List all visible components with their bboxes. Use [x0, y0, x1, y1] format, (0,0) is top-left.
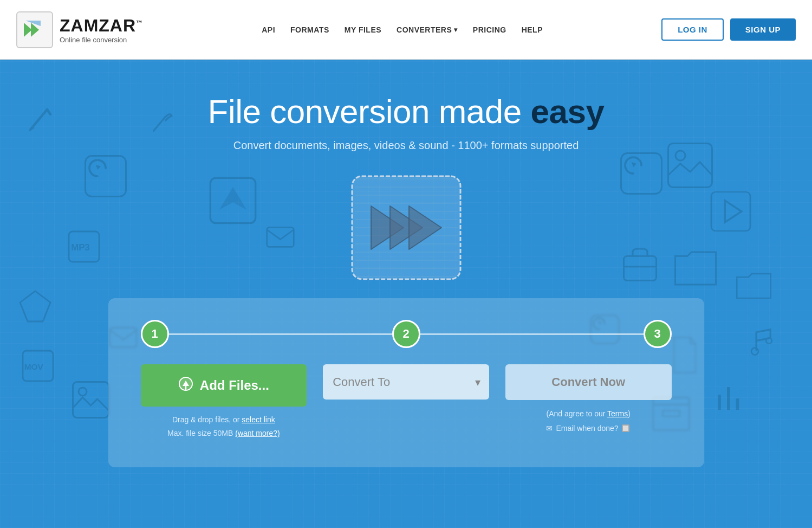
main-nav: API FORMATS MY FILES CONVERTERS PRICING … — [262, 25, 543, 34]
logo-area: ZAMZAR™ Online file conversion — [16, 11, 143, 48]
drag-info: Drag & drop files, or select link Max. f… — [167, 413, 280, 440]
signup-button[interactable]: SIGN UP — [730, 18, 796, 41]
email-icon: ✉ — [546, 421, 553, 436]
want-more-link[interactable]: (want more?) — [235, 429, 280, 437]
hero-content: File conversion made easy Convert docume… — [0, 60, 812, 467]
step1-col: Add Files... Drag & drop files, or selec… — [141, 364, 307, 440]
steps-panel: 1 2 3 — [108, 298, 704, 467]
logo-icon — [16, 11, 53, 48]
steps-row: 1 2 3 — [141, 320, 672, 348]
step3-col: Convert Now (And agree to our Terms) ✉ E… — [505, 364, 672, 435]
step-1-bubble: 1 — [141, 320, 169, 348]
nav-my-files[interactable]: MY FILES — [345, 25, 381, 34]
step-line-1 — [169, 333, 392, 335]
step2-col: Convert To MP3 MP4 PDF JPG PNG DOC AVI M… — [323, 364, 489, 400]
actions-row: Add Files... Drag & drop files, or selec… — [141, 364, 672, 440]
step-2-bubble: 2 — [392, 320, 420, 348]
nav-help[interactable]: HELP — [522, 25, 543, 34]
header-buttons: LOG IN SIGN UP — [661, 18, 796, 41]
step-3-bubble: 3 — [644, 320, 672, 348]
hero-icon-wrap — [0, 168, 812, 287]
convert-to-wrapper: Convert To MP3 MP4 PDF JPG PNG DOC AVI M… — [323, 364, 489, 400]
nav-pricing[interactable]: PRICING — [473, 25, 506, 34]
login-button[interactable]: LOG IN — [661, 18, 724, 41]
nav-formats[interactable]: FORMATS — [290, 25, 329, 34]
nav-converters[interactable]: CONVERTERS — [397, 25, 458, 34]
step-line-2 — [420, 333, 644, 335]
logo-name: ZAMZAR™ — [60, 16, 143, 36]
header: ZAMZAR™ Online file conversion API FORMA… — [0, 0, 812, 60]
terms-link[interactable]: Terms — [607, 409, 628, 418]
hero-section: MP3 MOV — [0, 60, 812, 528]
email-checkbox[interactable] — [622, 424, 629, 432]
convert-to-select[interactable]: Convert To MP3 MP4 PDF JPG PNG DOC AVI M… — [323, 364, 489, 400]
logo-tagline: Online file conversion — [60, 36, 143, 44]
zamzar-center-icon — [341, 168, 471, 287]
select-link[interactable]: select link — [242, 415, 275, 424]
add-files-button[interactable]: Add Files... — [141, 364, 307, 407]
nav-api[interactable]: API — [262, 25, 275, 34]
hero-title: File conversion made easy — [0, 92, 812, 131]
svg-marker-0 — [24, 23, 32, 37]
convert-now-button[interactable]: Convert Now — [505, 364, 672, 400]
convert-info: (And agree to our Terms) ✉ Email when do… — [546, 407, 630, 435]
hero-subtitle: Convert documents, images, videos & soun… — [0, 139, 812, 152]
logo-text: ZAMZAR™ Online file conversion — [60, 16, 143, 44]
email-row: ✉ Email when done? — [546, 421, 630, 436]
upload-icon — [178, 376, 193, 395]
